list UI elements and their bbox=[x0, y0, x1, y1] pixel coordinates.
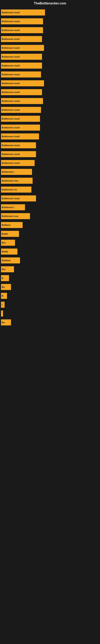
bar-row: Bottleneck resu bbox=[1, 212, 99, 220]
bottleneck-bar: Bot bbox=[1, 240, 15, 246]
site-title: TheBottlenecker.com bbox=[0, 0, 100, 7]
bar-row: Bottleneck r bbox=[1, 168, 99, 176]
bar-row: Bottleneck result bbox=[1, 9, 99, 16]
bar-row: B bbox=[1, 292, 99, 300]
bottleneck-bar: I bbox=[1, 302, 4, 308]
bar-row: Bottleneck res bbox=[1, 186, 99, 193]
bottleneck-bar: Bottleneck result bbox=[1, 45, 44, 51]
bar-row: Bottleneck result bbox=[1, 62, 99, 69]
bottleneck-bar: Bottleneck result bbox=[1, 54, 42, 60]
bottleneck-bar: Bottleneck result bbox=[1, 151, 36, 157]
bar-row: Bottleneck r bbox=[1, 204, 99, 211]
bottleneck-bar: Bot bbox=[1, 266, 14, 272]
bottleneck-bar: Bottleneck result bbox=[1, 116, 40, 122]
bottleneck-bar: Bottleneck r bbox=[1, 169, 32, 175]
bottleneck-bar: Bottleneck result bbox=[1, 10, 45, 16]
bottleneck-bar: Bottleneck result bbox=[1, 62, 42, 69]
bottleneck-bar: Bottleneck result bbox=[1, 27, 43, 33]
bottleneck-bar: Bo bbox=[1, 284, 11, 290]
bar-row: Bottleneck result bbox=[1, 71, 99, 78]
bar-row: Bottleneck result bbox=[1, 160, 99, 167]
bottleneck-bar: Bottleneck result bbox=[1, 134, 39, 140]
bottleneck-bar: Bottleneck result bbox=[1, 142, 36, 148]
bar-row: Bot bbox=[1, 266, 99, 273]
bar-row: Bo bbox=[1, 283, 99, 290]
bar-row: Bottleneck result bbox=[1, 142, 99, 149]
bottleneck-bar: Bottleneck res bbox=[1, 186, 31, 192]
bars-container: Bottleneck resultBottleneck resultBottle… bbox=[0, 7, 100, 330]
bottleneck-bar: Bottleneck resu bbox=[1, 178, 33, 184]
bottleneck-bar: Bottleneck result bbox=[1, 196, 36, 202]
bar-row: Bottleneck result bbox=[1, 36, 99, 43]
bottleneck-bar: Bottleneck result bbox=[1, 160, 35, 166]
bar-row: Bo bbox=[1, 319, 99, 326]
bottleneck-bar: Bottleneck result bbox=[1, 72, 41, 78]
bar-row: Bottleneck result bbox=[1, 133, 99, 140]
bar-row: Bottleneck resu bbox=[1, 177, 99, 184]
bottleneck-bar: B bbox=[1, 293, 7, 299]
bottleneck-bar: Bottleneck result bbox=[1, 36, 42, 42]
bottleneck-bar: Bottlene bbox=[1, 222, 23, 228]
bar-row: Bot bbox=[1, 239, 99, 246]
bar-row: Bottleneck result bbox=[1, 44, 99, 52]
bar-row: Bottleneck result bbox=[1, 195, 99, 202]
bottleneck-bar: Bottleneck result bbox=[1, 89, 42, 95]
bottleneck-bar: Bottleneck r bbox=[1, 204, 25, 210]
bar-row: Bottle bbox=[1, 248, 99, 255]
bottleneck-bar: Bottle bbox=[1, 248, 17, 254]
bar-row: I bbox=[1, 301, 99, 308]
bottleneck-bar: Bo bbox=[1, 320, 11, 326]
bottleneck-bar: Bottleneck result bbox=[1, 98, 43, 104]
bottleneck-bar: Bottleneck result bbox=[1, 18, 43, 24]
bar-row: Bottlene bbox=[1, 222, 99, 228]
bottleneck-bar: Bottleneck result bbox=[1, 80, 44, 86]
bottleneck-bar: Bottleneck resu bbox=[1, 213, 30, 219]
bottleneck-bar: B bbox=[1, 275, 9, 281]
bar-row: Bottleneck result bbox=[1, 124, 99, 131]
bottleneck-bar bbox=[1, 310, 3, 316]
bottleneck-bar: Bottle bbox=[1, 231, 19, 237]
bar-row: Bottleneck result bbox=[1, 18, 99, 25]
bar-row: Bottlene bbox=[1, 257, 99, 264]
bar-row: B bbox=[1, 274, 99, 282]
bar-row: Bottleneck result bbox=[1, 98, 99, 105]
bar-row bbox=[1, 310, 99, 317]
bar-row: Bottleneck result bbox=[1, 26, 99, 34]
bar-row: Bottle bbox=[1, 230, 99, 238]
bottleneck-bar: Bottleneck result bbox=[1, 107, 41, 113]
bar-row: Bottleneck result bbox=[1, 80, 99, 87]
bar-row: Bottleneck result bbox=[1, 150, 99, 158]
bar-row: Bottleneck result bbox=[1, 88, 99, 96]
bottleneck-bar: Bottlene bbox=[1, 258, 20, 264]
bar-row: Bottleneck result bbox=[1, 53, 99, 60]
bar-row: Bottleneck result bbox=[1, 106, 99, 114]
bar-row: Bottleneck result bbox=[1, 115, 99, 122]
bottleneck-bar: Bottleneck result bbox=[1, 124, 40, 130]
